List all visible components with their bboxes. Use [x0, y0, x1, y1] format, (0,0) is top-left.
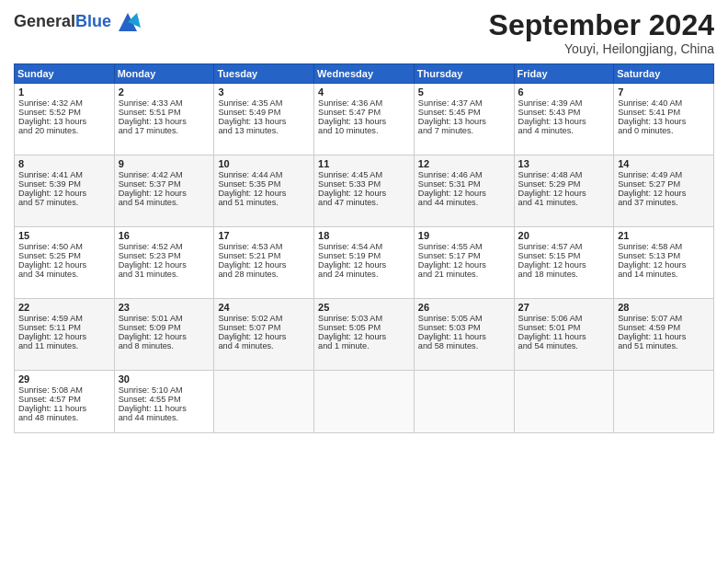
calendar-cell: 21Sunrise: 4:58 AMSunset: 5:13 PMDayligh… — [614, 227, 714, 299]
day-info-line: and 8 minutes. — [119, 341, 210, 350]
calendar-cell: 10Sunrise: 4:44 AMSunset: 5:35 PMDayligh… — [214, 155, 314, 227]
day-number: 19 — [418, 230, 510, 241]
day-info-line: Sunset: 5:23 PM — [119, 251, 210, 260]
calendar-cell: 12Sunrise: 4:46 AMSunset: 5:31 PMDayligh… — [414, 155, 514, 227]
day-info-line: Sunrise: 5:08 AM — [18, 385, 110, 395]
day-info-line: Daylight: 12 hours — [119, 260, 210, 270]
calendar-cell: 18Sunrise: 4:54 AMSunset: 5:19 PMDayligh… — [314, 227, 415, 299]
day-info-line: Sunrise: 5:01 AM — [119, 314, 210, 323]
day-number: 12 — [418, 158, 510, 169]
day-info-line: Sunset: 5:27 PM — [618, 179, 710, 189]
day-info-line: Sunrise: 5:03 AM — [318, 314, 410, 323]
day-number: 18 — [318, 230, 410, 241]
day-info-line: Daylight: 12 hours — [318, 332, 410, 341]
calendar-cell: 7Sunrise: 4:40 AMSunset: 5:41 PMDaylight… — [614, 84, 714, 155]
day-info-line: Daylight: 13 hours — [518, 117, 610, 126]
calendar-cell: 13Sunrise: 4:48 AMSunset: 5:29 PMDayligh… — [514, 155, 614, 227]
day-info-line: and 13 minutes. — [218, 126, 310, 135]
day-number: 23 — [119, 302, 210, 313]
day-number: 27 — [518, 302, 610, 313]
calendar-cell: 19Sunrise: 4:55 AMSunset: 5:17 PMDayligh… — [414, 227, 514, 299]
calendar-cell: 1Sunrise: 4:32 AMSunset: 5:52 PMDaylight… — [15, 84, 115, 155]
week-row-3: 15Sunrise: 4:50 AMSunset: 5:25 PMDayligh… — [15, 227, 714, 299]
day-info-line: Daylight: 12 hours — [218, 260, 310, 270]
day-number: 4 — [318, 86, 410, 98]
day-info-line: Daylight: 12 hours — [418, 260, 510, 270]
day-info-line: Daylight: 12 hours — [119, 332, 210, 341]
weekday-row: SundayMondayTuesdayWednesdayThursdayFrid… — [15, 64, 714, 84]
day-number: 10 — [218, 158, 310, 169]
calendar-cell: 8Sunrise: 4:41 AMSunset: 5:39 PMDaylight… — [15, 155, 115, 227]
day-info-line: Sunset: 5:29 PM — [518, 179, 610, 189]
calendar-cell — [614, 371, 714, 433]
calendar-cell: 27Sunrise: 5:06 AMSunset: 5:01 PMDayligh… — [514, 299, 614, 371]
day-info-line: Sunset: 5:21 PM — [218, 251, 310, 260]
day-info-line: Sunset: 5:03 PM — [418, 323, 510, 332]
calendar-cell: 24Sunrise: 5:02 AMSunset: 5:07 PMDayligh… — [214, 299, 314, 371]
day-info-line: and 18 minutes. — [518, 270, 610, 279]
day-info-line: Daylight: 12 hours — [518, 189, 610, 198]
week-row-5: 29Sunrise: 5:08 AMSunset: 4:57 PMDayligh… — [15, 371, 714, 433]
calendar-cell — [414, 371, 514, 433]
day-number: 3 — [218, 86, 310, 98]
day-number: 1 — [18, 86, 110, 98]
day-info-line: Daylight: 11 hours — [418, 332, 510, 341]
day-info-line: and 44 minutes. — [418, 198, 510, 207]
day-number: 15 — [18, 230, 110, 241]
day-info-line: Daylight: 13 hours — [119, 117, 210, 126]
calendar-cell: 15Sunrise: 4:50 AMSunset: 5:25 PMDayligh… — [15, 227, 115, 299]
day-info-line: Sunset: 5:13 PM — [618, 251, 710, 260]
day-info-line: Sunset: 4:59 PM — [618, 323, 710, 332]
day-info-line: Daylight: 12 hours — [318, 189, 410, 198]
day-number: 21 — [618, 230, 710, 241]
calendar-cell: 28Sunrise: 5:07 AMSunset: 4:59 PMDayligh… — [614, 299, 714, 371]
calendar-table: SundayMondayTuesdayWednesdayThursdayFrid… — [14, 63, 714, 433]
day-info-line: Sunset: 5:51 PM — [119, 108, 210, 117]
day-info-line: Sunset: 5:39 PM — [18, 179, 110, 189]
day-info-line: Daylight: 12 hours — [18, 260, 110, 270]
day-info-line: Daylight: 11 hours — [119, 404, 210, 413]
day-info-line: Daylight: 13 hours — [418, 117, 510, 126]
calendar-header: SundayMondayTuesdayWednesdayThursdayFrid… — [15, 64, 714, 84]
day-info-line: and 4 minutes. — [518, 126, 610, 135]
day-info-line: Sunset: 5:37 PM — [119, 179, 210, 189]
day-info-line: and 57 minutes. — [18, 198, 110, 207]
day-info-line: Sunrise: 4:36 AM — [318, 98, 410, 108]
day-info-line: and 7 minutes. — [418, 126, 510, 135]
day-info-line: Daylight: 12 hours — [418, 189, 510, 198]
calendar-cell: 23Sunrise: 5:01 AMSunset: 5:09 PMDayligh… — [114, 299, 214, 371]
day-info-line: Sunset: 5:05 PM — [318, 323, 410, 332]
day-info-line: and 44 minutes. — [119, 413, 210, 422]
day-info-line: Sunset: 5:17 PM — [418, 251, 510, 260]
day-number: 25 — [318, 302, 410, 313]
day-info-line: Sunrise: 4:59 AM — [18, 314, 110, 323]
day-info-line: and 4 minutes. — [218, 341, 310, 350]
day-number: 9 — [119, 158, 210, 169]
day-info-line: Sunrise: 4:52 AM — [119, 242, 210, 251]
day-info-line: and 31 minutes. — [119, 270, 210, 279]
calendar-cell: 9Sunrise: 4:42 AMSunset: 5:37 PMDaylight… — [114, 155, 214, 227]
day-number: 29 — [18, 373, 110, 385]
calendar-cell — [314, 371, 415, 433]
day-info-line: Sunset: 4:55 PM — [119, 395, 210, 404]
day-info-line: Sunrise: 4:39 AM — [518, 98, 610, 108]
calendar-cell: 20Sunrise: 4:57 AMSunset: 5:15 PMDayligh… — [514, 227, 614, 299]
day-info-line: Sunset: 5:01 PM — [518, 323, 610, 332]
day-info-line: Sunrise: 4:55 AM — [418, 242, 510, 251]
day-number: 22 — [18, 302, 110, 313]
weekday-header-sunday: Sunday — [15, 64, 115, 84]
day-info-line: Sunset: 5:33 PM — [318, 179, 410, 189]
day-info-line: and 20 minutes. — [18, 126, 110, 135]
calendar-cell: 14Sunrise: 4:49 AMSunset: 5:27 PMDayligh… — [614, 155, 714, 227]
day-info-line: Sunrise: 5:02 AM — [218, 314, 310, 323]
day-info-line: Sunset: 5:35 PM — [218, 179, 310, 189]
calendar-cell — [514, 371, 614, 433]
day-info-line: Sunrise: 4:46 AM — [418, 170, 510, 179]
day-info-line: Sunrise: 4:33 AM — [119, 98, 210, 108]
day-info-line: Sunset: 5:47 PM — [318, 108, 410, 117]
day-info-line: and 17 minutes. — [119, 126, 210, 135]
calendar-cell — [214, 371, 314, 433]
day-info-line: Sunset: 5:25 PM — [18, 251, 110, 260]
day-number: 7 — [618, 86, 710, 98]
day-info-line: Daylight: 12 hours — [18, 332, 110, 341]
